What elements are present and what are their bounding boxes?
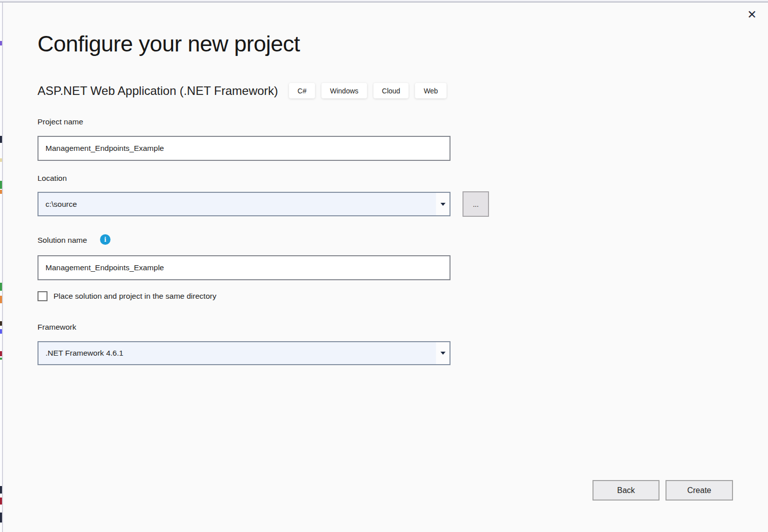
page-title: Configure your new project bbox=[38, 31, 300, 57]
location-label: Location bbox=[38, 174, 67, 183]
edge-fragment bbox=[0, 351, 2, 356]
same-directory-checkbox-row[interactable]: Place solution and project in the same d… bbox=[38, 291, 216, 301]
same-directory-checkbox-label: Place solution and project in the same d… bbox=[54, 292, 216, 301]
tag-csharp: C# bbox=[289, 83, 315, 98]
edge-fragment bbox=[0, 296, 2, 303]
solution-name-input[interactable] bbox=[38, 255, 450, 280]
browse-location-button[interactable]: ... bbox=[462, 191, 489, 217]
edge-fragment bbox=[0, 181, 2, 189]
location-combobox[interactable]: c:\source bbox=[38, 192, 450, 216]
template-name: ASP.NET Web Application (.NET Framework) bbox=[38, 84, 278, 98]
edge-fragment bbox=[0, 321, 2, 326]
tag-cloud: Cloud bbox=[374, 83, 409, 98]
create-button[interactable]: Create bbox=[666, 480, 733, 501]
edge-fragment bbox=[0, 190, 2, 194]
template-tags: C# Windows Cloud Web bbox=[289, 83, 446, 98]
window-top-border bbox=[0, 1, 768, 2]
solution-name-label: Solution name bbox=[38, 236, 87, 245]
same-directory-checkbox[interactable] bbox=[38, 291, 48, 301]
edge-fragment bbox=[0, 136, 2, 143]
edge-fragment bbox=[0, 283, 2, 291]
window-left-border bbox=[2, 2, 3, 532]
location-dropdown-button[interactable] bbox=[436, 193, 450, 215]
edge-fragment bbox=[0, 329, 2, 334]
info-icon[interactable]: i bbox=[100, 234, 110, 245]
close-icon[interactable]: ✕ bbox=[744, 6, 760, 23]
framework-dropdown-button[interactable] bbox=[436, 342, 450, 364]
back-button[interactable]: Back bbox=[592, 480, 660, 501]
chevron-down-icon bbox=[440, 203, 446, 206]
project-name-label: Project name bbox=[38, 117, 83, 126]
tag-windows: Windows bbox=[322, 83, 367, 98]
chevron-down-icon bbox=[440, 352, 446, 355]
edge-fragment bbox=[0, 41, 2, 45]
edge-fragment bbox=[0, 158, 2, 162]
edge-fragment bbox=[0, 513, 2, 523]
framework-label: Framework bbox=[38, 323, 76, 332]
edge-fragment bbox=[0, 486, 2, 494]
tag-web: Web bbox=[415, 83, 446, 98]
template-summary: ASP.NET Web Application (.NET Framework)… bbox=[38, 83, 446, 98]
location-value[interactable]: c:\source bbox=[38, 193, 436, 215]
project-name-input[interactable] bbox=[38, 136, 450, 161]
framework-value[interactable]: .NET Framework 4.6.1 bbox=[38, 342, 436, 364]
framework-combobox[interactable]: .NET Framework 4.6.1 bbox=[38, 341, 450, 365]
edge-fragment bbox=[0, 498, 2, 505]
edge-fragment bbox=[0, 358, 2, 360]
